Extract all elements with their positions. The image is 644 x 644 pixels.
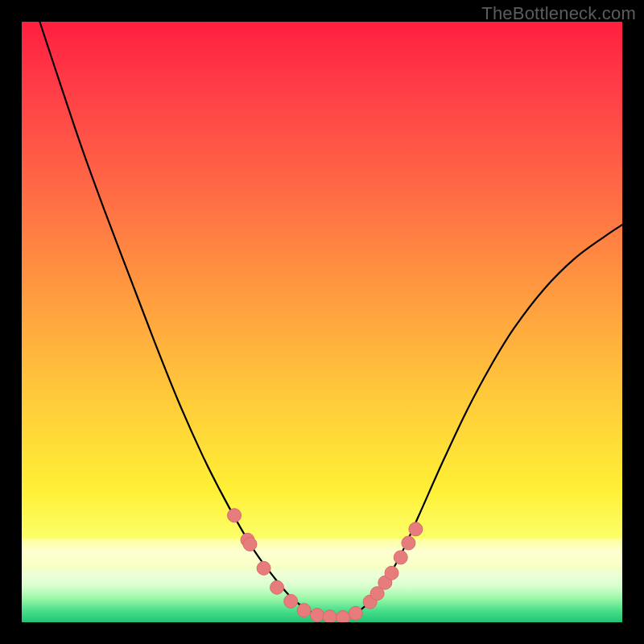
marker-dot xyxy=(297,604,311,617)
marker-dot xyxy=(311,609,324,622)
marker-dot xyxy=(323,610,336,622)
marker-dot xyxy=(228,509,242,522)
plot-area xyxy=(22,22,622,622)
marker-dot xyxy=(257,561,270,575)
right-markers xyxy=(349,522,423,620)
marker-dot xyxy=(349,606,362,620)
marker-dot xyxy=(270,580,284,594)
bottleneck-curve xyxy=(39,22,622,617)
chart-frame: TheBottleneck.com xyxy=(0,0,644,644)
left-markers xyxy=(228,509,350,622)
marker-dot xyxy=(409,522,423,536)
watermark-text: TheBottleneck.com xyxy=(481,3,636,24)
marker-dot xyxy=(402,536,415,550)
marker-dot xyxy=(243,538,257,551)
marker-dot xyxy=(336,611,350,622)
marker-dot xyxy=(385,566,398,580)
chart-svg xyxy=(22,22,622,622)
marker-dot xyxy=(394,551,407,564)
marker-dot xyxy=(284,594,298,608)
